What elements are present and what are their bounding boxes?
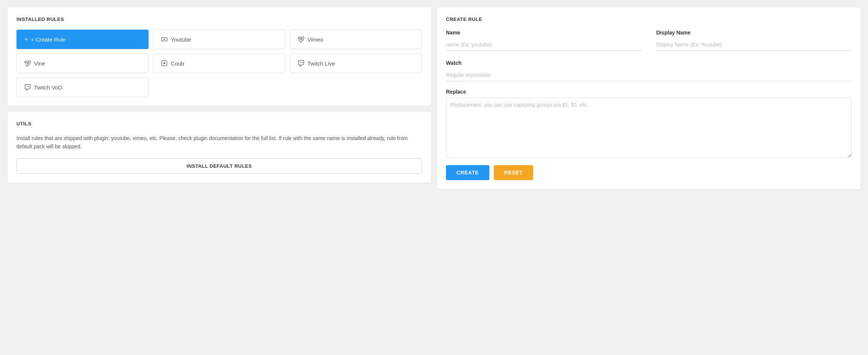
create-rule-card: CREATE RULE Name Display Name Watch Repl… — [437, 7, 861, 189]
utils-description: Install rules that are shipped with plug… — [16, 134, 422, 151]
rule-item-twitch-live[interactable]: Twitch Live — [290, 54, 422, 73]
rule-label-vimeo: Vimeo — [308, 36, 323, 43]
create-rule-button[interactable]: + + Create Rule — [16, 30, 149, 49]
replace-section: Replace — [446, 89, 852, 158]
utils-title: UTILS — [16, 121, 422, 127]
right-panel: CREATE RULE Name Display Name Watch Repl… — [437, 7, 861, 348]
rule-label-twitch-live: Twitch Live — [308, 60, 335, 67]
rule-item-coub[interactable]: Coub — [153, 54, 285, 73]
create-button[interactable]: CREATE — [446, 165, 489, 180]
rule-label-twitch-vod: Twitch VoD — [34, 84, 62, 91]
rule-item-vine[interactable]: Vine — [16, 54, 149, 73]
create-rule-title: CREATE RULE — [446, 16, 852, 22]
action-buttons: CREATE RESET — [446, 165, 852, 180]
watch-label: Watch — [446, 60, 852, 66]
rule-item-vimeo[interactable]: Vimeo — [290, 30, 422, 49]
replace-group: Replace — [446, 89, 852, 158]
replace-label: Replace — [446, 89, 852, 95]
display-name-input[interactable] — [656, 39, 852, 51]
display-name-label: Display Name — [656, 30, 852, 36]
name-label: Name — [446, 30, 641, 36]
twitch-live-icon — [298, 60, 305, 67]
name-group: Name — [446, 30, 641, 51]
watch-section: Watch — [446, 60, 852, 81]
rule-item-twitch-vod[interactable]: Twitch VoD — [16, 78, 149, 97]
reset-button[interactable]: RESET — [494, 165, 533, 180]
installed-rules-card: INSTALLED RULES + + Create Rule Youtube — [7, 7, 431, 106]
utils-card: UTILS Install rules that are shipped wit… — [7, 112, 431, 183]
display-name-group: Display Name — [656, 30, 852, 51]
rule-label-youtube: Youtube — [171, 36, 191, 43]
name-display-row: Name Display Name — [446, 30, 852, 51]
create-rule-label: + Create Rule — [31, 36, 65, 43]
rule-label-vine: Vine — [34, 60, 45, 67]
vimeo-icon — [298, 36, 305, 43]
name-input[interactable] — [446, 39, 641, 51]
rules-grid: + + Create Rule Youtube — [16, 30, 422, 97]
watch-group: Watch — [446, 60, 852, 81]
coub-icon — [161, 60, 168, 67]
plus-icon: + — [24, 36, 28, 43]
left-panel: INSTALLED RULES + + Create Rule Youtube — [7, 7, 431, 348]
installed-rules-title: INSTALLED RULES — [16, 16, 422, 22]
vine-icon — [24, 60, 31, 67]
watch-input[interactable] — [446, 69, 852, 81]
youtube-icon — [161, 36, 168, 43]
replace-textarea[interactable] — [446, 98, 852, 158]
twitch-vod-icon — [24, 84, 31, 91]
rule-label-coub: Coub — [171, 60, 184, 67]
install-default-rules-button[interactable]: INSTALL DEFAULT RULES — [16, 158, 422, 174]
rule-item-youtube[interactable]: Youtube — [153, 30, 285, 49]
